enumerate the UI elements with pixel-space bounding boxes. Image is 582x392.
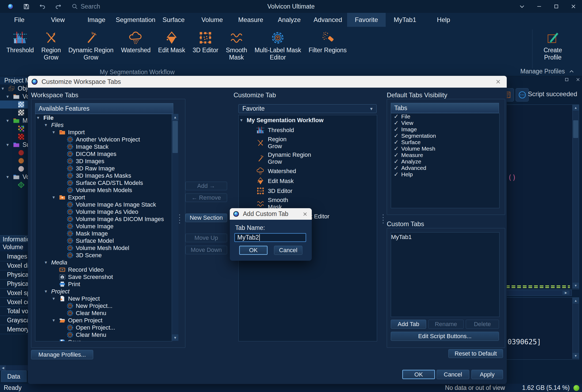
save-button[interactable] xyxy=(23,3,30,10)
feature-tree-item[interactable]: Print xyxy=(35,281,172,288)
menu-tab-mytab1[interactable]: MyTab1 xyxy=(386,13,424,27)
customize-tree-item[interactable]: 3D Editor xyxy=(239,186,377,196)
ribbon-tool-dynamic-region-grow[interactable]: Dynamic Region Grow xyxy=(65,29,117,61)
expander-triangle-icon[interactable]: ▾ xyxy=(52,295,59,302)
scroll-right-icon[interactable]: ▶ xyxy=(562,291,569,295)
default-tab-row[interactable]: ✓Help xyxy=(391,171,499,178)
script-more-button[interactable] xyxy=(516,88,529,102)
expander-triangle-icon[interactable]: ▾ xyxy=(240,117,247,124)
script-panel-maximize-button[interactable] xyxy=(564,77,569,82)
modal-cancel-button[interactable]: Cancel xyxy=(274,246,302,255)
scroll-up-icon[interactable]: ▲ xyxy=(573,105,579,111)
default-tab-row[interactable]: ✓Surface xyxy=(391,139,499,145)
modal-close-icon[interactable] xyxy=(302,211,308,217)
default-tab-row[interactable]: ✓Image xyxy=(391,126,499,133)
default-tab-row[interactable]: ✓View xyxy=(391,120,499,126)
menu-tab-file[interactable]: File xyxy=(0,13,39,27)
scrollbar-thumb[interactable] xyxy=(573,120,578,138)
remove-button[interactable]: ← Remove xyxy=(185,193,227,202)
redo-button[interactable] xyxy=(55,3,62,10)
scroll-down-icon[interactable]: ▼ xyxy=(573,353,579,359)
feature-tree-item[interactable]: Volume Image As Video xyxy=(35,208,172,215)
move-down-button[interactable]: Move Down xyxy=(185,246,227,254)
default-tab-row[interactable]: ✓Advanced xyxy=(391,165,499,171)
add-tab-button[interactable]: Add Tab xyxy=(391,320,426,329)
feature-tree-item[interactable]: Open Project... xyxy=(35,324,172,331)
reset-to-default-button[interactable]: Reset to Default xyxy=(448,349,503,358)
ribbon-tool-region-grow[interactable]: Region Grow xyxy=(37,29,65,61)
expander-triangle-icon[interactable]: ▾ xyxy=(37,114,43,121)
feature-tree-item[interactable]: Image Stack xyxy=(35,143,172,150)
feature-tree-item[interactable]: Save Screenshot xyxy=(35,273,172,281)
feature-tree-item[interactable]: ▾File xyxy=(35,114,172,121)
feature-tree-item[interactable]: Clear Menu xyxy=(35,309,172,317)
ribbon-tool-edit-mask[interactable]: Edit Mask xyxy=(154,29,189,54)
minimize-button[interactable] xyxy=(531,0,548,13)
dialog-apply-button[interactable]: Apply xyxy=(471,370,503,379)
feature-tree-item[interactable]: Volume Mesh Model xyxy=(35,244,172,252)
search-input[interactable]: Search xyxy=(72,3,100,10)
feature-tree-item[interactable]: Clear Menu xyxy=(35,331,172,338)
feature-tree-item[interactable]: New Project... xyxy=(35,302,172,309)
ribbon-tool-smooth-mask[interactable]: Smooth Mask xyxy=(222,29,251,61)
feature-tree-item[interactable]: Surface Model xyxy=(35,237,172,244)
customize-tree-item[interactable]: Watershed xyxy=(239,166,377,176)
menu-tab-surface[interactable]: Surface xyxy=(154,13,193,27)
default-tab-row[interactable]: ✓Volume Mesh xyxy=(391,145,499,152)
feature-tree-item[interactable]: Record Video xyxy=(35,266,172,273)
expander-triangle-icon[interactable]: ▾ xyxy=(6,94,13,99)
expander-triangle-icon[interactable]: ▾ xyxy=(6,118,13,124)
customize-tree-item[interactable]: Edit Mask xyxy=(239,176,377,186)
console-scrollbar[interactable]: ▲ ▼ xyxy=(572,298,579,359)
feature-tree-item[interactable]: 3D Scene xyxy=(35,252,172,259)
feature-tree-item[interactable]: DICOM Images xyxy=(35,150,172,158)
delete-button[interactable]: Delete xyxy=(466,320,499,329)
ribbon-tool-watershed[interactable]: Watershed xyxy=(117,29,154,54)
custom-tab-row[interactable]: MyTab1 xyxy=(391,233,499,242)
expander-triangle-icon[interactable]: ▾ xyxy=(6,142,13,148)
menu-tab-analyze[interactable]: Analyze xyxy=(270,13,309,27)
expander-triangle-icon[interactable]: ▾ xyxy=(6,174,13,180)
default-tab-row[interactable]: ✓File xyxy=(391,113,499,120)
menu-tab-measure[interactable]: Measure xyxy=(231,13,270,27)
scrollbar-thumb[interactable] xyxy=(172,121,178,153)
menu-tab-image[interactable]: Image xyxy=(77,13,116,27)
manage-profiles-toggle[interactable]: Manage Profiles xyxy=(520,68,575,75)
scroll-down-icon[interactable]: ▼ xyxy=(573,283,579,289)
ribbon-tool-filter-regions[interactable]: Filter Regions xyxy=(305,29,350,54)
menu-tab-help[interactable]: Help xyxy=(424,13,463,27)
feature-tree-item[interactable]: ▾Export xyxy=(35,194,172,201)
splitter-handle[interactable] xyxy=(179,214,180,224)
feature-tree-item[interactable]: Volume Image As Image Stack xyxy=(35,201,172,208)
expander-triangle-icon[interactable]: ▾ xyxy=(2,86,8,91)
feature-tree-item[interactable]: Another Volvicon Project xyxy=(35,136,172,143)
manage-profiles-button[interactable]: Manage Profiles... xyxy=(31,350,93,359)
splitter-handle[interactable] xyxy=(382,214,384,224)
tab-data[interactable]: Data xyxy=(1,371,27,382)
modal-titlebar[interactable]: Add Custom Tab xyxy=(230,208,312,220)
create-profile-button[interactable]: Create Profile xyxy=(535,29,570,61)
menu-tab-segmentation[interactable]: Segmentation xyxy=(116,13,154,27)
default-tab-row[interactable]: ✓Segmentation xyxy=(391,133,499,139)
ribbon-options-button[interactable] xyxy=(513,0,531,13)
expander-triangle-icon[interactable]: ▾ xyxy=(52,317,59,324)
close-button[interactable] xyxy=(565,0,582,13)
dialog-titlebar[interactable]: Customize Workspace Tabs xyxy=(28,76,507,88)
feature-tree-item[interactable]: ▾New Project xyxy=(35,295,172,302)
features-tree-scrollbar[interactable]: ▲ ▼ xyxy=(172,114,178,341)
menu-tab-favorite[interactable]: Favorite xyxy=(347,13,386,27)
dialog-ok-button[interactable]: OK xyxy=(402,370,435,379)
scroll-up-icon[interactable]: ▲ xyxy=(573,298,579,304)
default-tab-row[interactable]: ✓Measure xyxy=(391,152,499,158)
menu-tab-volume-mesh[interactable]: Volume Mesh xyxy=(193,13,231,27)
menu-tab-view[interactable]: View xyxy=(39,13,77,27)
scroll-up-icon[interactable]: ▲ xyxy=(172,114,178,120)
feature-tree-item[interactable]: 3D Images As Masks xyxy=(35,172,172,179)
feature-tree-item[interactable]: Mask Image xyxy=(35,230,172,237)
ribbon-tool-editor-3d[interactable]: 3D Editor xyxy=(189,29,222,54)
expander-triangle-icon[interactable]: ▾ xyxy=(45,259,51,266)
dialog-cancel-button[interactable]: Cancel xyxy=(437,370,469,379)
scroll-down-icon[interactable]: ▼ xyxy=(172,334,178,341)
feature-tree-item[interactable]: ▾Files xyxy=(35,121,172,129)
feature-tree-item[interactable]: Volume Image As DICOM Images xyxy=(35,215,172,223)
